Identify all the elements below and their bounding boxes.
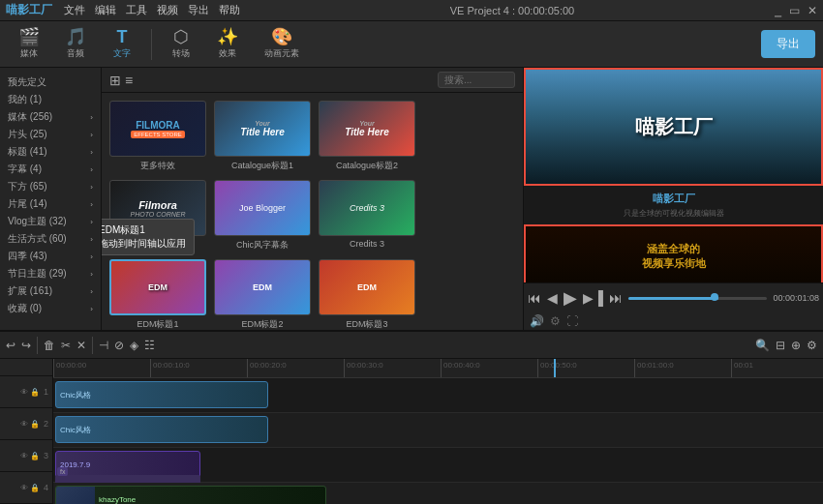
clip-chic-1[interactable]: Chic风格 [55,381,268,408]
export-button[interactable]: 导出 [761,30,815,58]
menu-export[interactable]: 导出 [188,3,209,17]
sidebar-item-jieji[interactable]: 节日主题 (29) › [0,265,101,282]
sidebar-item-pian2[interactable]: 片尾 (14) › [0,195,101,213]
more-options-icon[interactable]: ⚙ [807,339,817,352]
zoom-out-icon[interactable]: 🔍 [755,339,770,352]
toolbar: 🎬 媒体 🎵 音频 T 文字 ⬡ 转场 ✨ 效果 🎨 动画元素 导出 [0,21,823,68]
eye-icon[interactable]: 👁 [20,484,28,492]
eye-icon[interactable]: 👁 [20,420,28,429]
marker-icon[interactable]: ◈ [130,339,138,352]
list-item[interactable]: Joe Blogger Chic风字幕条 [214,180,311,252]
sidebar-item-pian[interactable]: 片头 (25) › [0,126,101,143]
lock-icon[interactable]: 🔒 [30,484,40,492]
sidebar-item-media[interactable]: 媒体 (256) › [0,108,101,126]
split-icon[interactable]: ⊣ [99,339,108,352]
clip-video[interactable]: khazyTone [55,486,326,504]
fullscreen-icon[interactable]: ⛶ [566,314,578,328]
sidebar-vlog-label: Vlog主题 (32) [8,215,67,228]
magnet-icon[interactable]: ⊘ [114,339,124,352]
audio-detach-icon[interactable]: ☷ [144,339,155,352]
sidebar-xia-label: 下方 (65) [8,180,47,193]
cut-icon[interactable]: ✂ [61,339,71,352]
lock-icon[interactable]: 🔒 [30,452,40,460]
chevron-right-icon: › [90,113,93,122]
list-item[interactable]: EDM EDM标题2 [214,259,311,330]
delete-icon[interactable]: 🗑 [44,339,55,352]
undo-icon[interactable]: ↩ [6,339,15,352]
settings-icon[interactable]: ⚙ [550,314,561,328]
ruler-tick-1: 00:00:10:0 [150,359,190,377]
ruler-tick-6: 00:01:00:0 [634,359,674,377]
zoom-slider-icon[interactable]: ⊟ [776,339,785,352]
list-item[interactable]: EDM EDM标题1 EDM标题1 拖动到时间轴以应用 [109,259,206,330]
maximize-icon[interactable]: ▭ [789,4,800,17]
skip-forward-icon[interactable]: ⏭ [609,290,623,306]
thumbnail-chic2: Joe Blogger [214,180,311,236]
sidebar-item-life[interactable]: 生活方式 (60) › [0,230,101,248]
menu-help[interactable]: 帮助 [219,3,240,17]
grid-view-icon[interactable]: ⊞ [109,73,121,88]
thumbnail-edm3: EDM [319,259,415,315]
search-input[interactable] [438,72,515,88]
sidebar-item-mine[interactable]: 我的 (1) [0,91,101,108]
play-icon[interactable]: ▶ [564,287,577,309]
menu-file[interactable]: 文件 [64,3,85,17]
list-item[interactable]: Filmora PHOTO CORNER Chic风格标题 [109,180,206,252]
menu-edit[interactable]: 编辑 [95,3,116,17]
eye-icon[interactable]: 👁 [20,452,28,460]
sidebar-item-vlog[interactable]: Vlog主题 (32) › [0,213,101,230]
next-frame-icon[interactable]: ▶▐ [583,290,603,306]
eye-icon[interactable]: 👁 [20,388,28,397]
close-icon[interactable]: ✕ [808,4,817,17]
chevron-right-icon: › [90,305,93,313]
sidebar-collect-label: 收藏 (0) [8,302,42,315]
thumbnail-label: EDM标题2 [241,318,283,330]
list-item[interactable]: FILMORA EFFECTS STORE 更多特效 [109,101,206,172]
progress-bar[interactable] [628,297,768,300]
list-item[interactable]: EDM EDM标题3 [319,259,415,330]
sidebar-item-four[interactable]: 四季 (43) › [0,248,101,265]
lock-icon[interactable]: 🔒 [30,388,40,397]
menu-video[interactable]: 视频 [157,3,178,17]
ruler-tick-7: 00:01 [731,359,753,377]
window-controls: ⎯ ▭ ✕ [775,4,817,17]
lock-icon[interactable]: 🔒 [30,420,40,429]
close-icon[interactable]: ✕ [76,339,86,352]
toolbar-transition[interactable]: ⬡ 转场 [160,25,202,64]
toolbar-animation[interactable]: 🎨 动画元素 [253,25,311,64]
sidebar-item-expand[interactable]: 扩展 (161) › [0,282,101,300]
toolbar-media[interactable]: 🎬 媒体 [8,25,50,64]
toolbar-separator-1 [151,29,152,60]
clip-chic-2[interactable]: Chic风格 [55,416,268,443]
toolbar-media-label: 媒体 [20,47,38,60]
preview-controls: ⏮ ◀ ▶ ▶▐ ⏭ 00:00:01:08 [524,282,823,312]
redo-icon[interactable]: ↪ [21,339,31,352]
toolbar-text[interactable]: T 文字 [101,25,143,64]
toolbar-audio[interactable]: 🎵 音频 [54,25,97,64]
menu-tools[interactable]: 工具 [126,3,147,17]
skip-back-icon[interactable]: ⏮ [528,290,541,306]
sidebar-item-collect[interactable]: 收藏 (0) › [0,300,101,317]
list-item[interactable]: Credits 3 Credits 3 [319,180,415,252]
sidebar-item-xia[interactable]: 下方 (65) › [0,178,101,195]
filmora-logo: FILMORA [131,120,185,131]
speaker-icon[interactable]: 🔊 [530,314,544,328]
sidebar-item-presets[interactable]: 预先定义 [0,74,101,91]
timeline: ↩ ↪ 🗑 ✂ ✕ ⊣ ⊘ ◈ ☷ 🔍 ⊟ ⊕ ⚙ 👁 🔒 1 [0,330,823,504]
sidebar-item-biaoti[interactable]: 标题 (41) › [0,143,101,161]
track-3-number: 3 [44,451,48,460]
list-view-icon[interactable]: ≡ [125,73,133,88]
prev-frame-icon[interactable]: ◀ [547,290,558,306]
toolbar-effects[interactable]: ✨ 效果 [206,25,249,64]
list-item[interactable]: Your Title Here Catalogue标题1 [214,101,311,172]
clip-date[interactable]: 2019.7.9 [55,451,200,478]
timeline-right-controls: 🔍 ⊟ ⊕ ⚙ [755,339,817,352]
menubar: 喵影工厂 文件 编辑 工具 视频 导出 帮助 VE Project 4 : 00… [0,0,823,21]
sidebar-item-zimu[interactable]: 字幕 (4) › [0,161,101,178]
preview-panel: 喵影工厂 喵影工厂 只是全球的可视化视频编辑器 涵盖全球的视频享乐街地 ⏮ ◀ … [523,68,823,330]
minimize-icon[interactable]: ⎯ [775,4,781,17]
clip-text: Chic风格 [60,425,91,435]
progress-thumb [711,293,718,301]
zoom-in-icon[interactable]: ⊕ [791,339,801,352]
list-item[interactable]: Your Title Here Catalogue标题2 [319,101,415,172]
